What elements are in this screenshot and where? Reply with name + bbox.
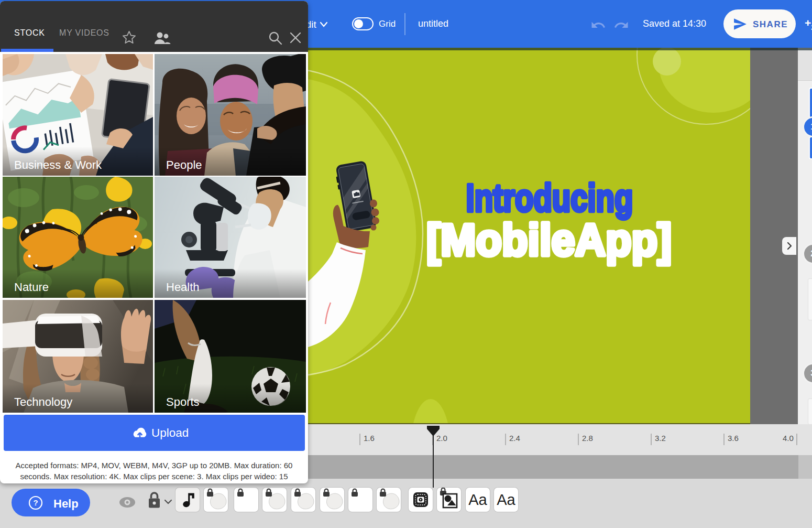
svg-text:?: ? bbox=[33, 498, 38, 507]
svg-text:Introducing: Introducing bbox=[466, 176, 633, 219]
svg-text:[MobileApp]: [MobileApp] bbox=[426, 215, 672, 265]
